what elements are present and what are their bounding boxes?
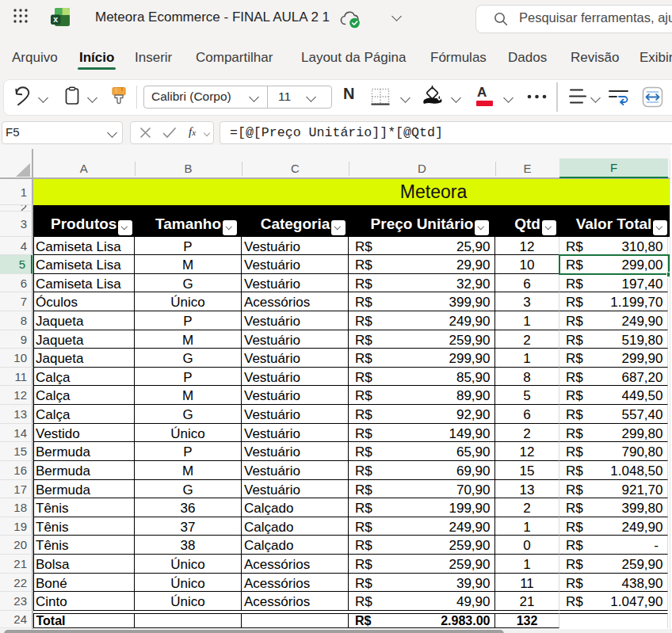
svg-text:x: x [53, 14, 58, 24]
